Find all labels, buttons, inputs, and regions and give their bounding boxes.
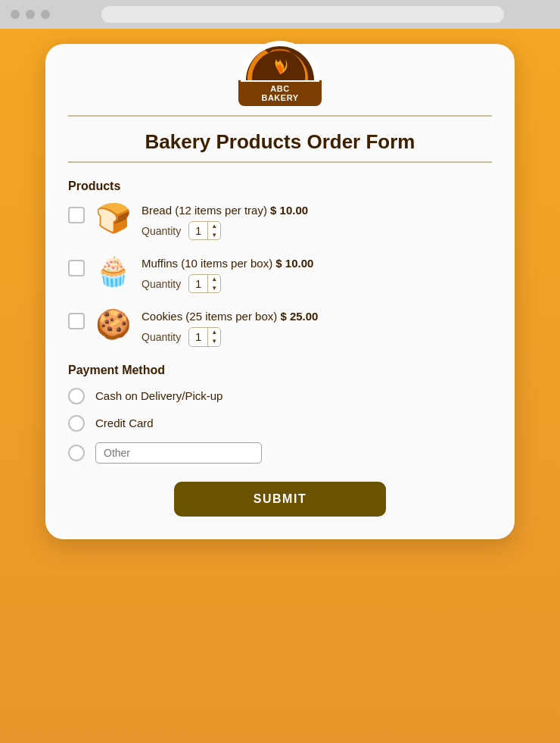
payment-label: Payment Method	[68, 364, 492, 377]
payment-label-cc: Credit Card	[95, 417, 154, 429]
bread-qty-spinner: 1 ▲ ▼	[188, 221, 221, 240]
cookies-info: Cookies (25 items per box) $ 25.00 Quant…	[142, 310, 492, 346]
bread-info: Bread (12 items per tray) $ 10.00 Quanti…	[142, 204, 492, 240]
muffins-name: Muffins (10 items per box) $ 10.00	[142, 257, 492, 270]
muffins-qty-spinner: 1 ▲ ▼	[188, 274, 221, 293]
logo-container: ABC BAKERY	[235, 36, 325, 105]
payment-label-cod: Cash on Delivery/Pick-up	[95, 389, 222, 402]
cookies-qty-label: Quantity	[142, 331, 181, 343]
product-checkbox-bread[interactable]	[68, 207, 85, 223]
muffins-qty-label: Quantity	[142, 278, 181, 290]
product-row-muffins: 🧁 Muffins (10 items per box) $ 10.00 Qua…	[68, 257, 492, 293]
divider-top	[68, 115, 492, 117]
muffins-qty-up[interactable]: ▲	[208, 275, 220, 284]
product-row-cookies: 🍪 Cookies (25 items per box) $ 25.00 Qua…	[68, 310, 492, 346]
bread-qty-up[interactable]: ▲	[208, 222, 220, 231]
bread-qty-value: 1	[189, 223, 207, 239]
payment-radio-cc[interactable]	[68, 415, 85, 432]
url-bar[interactable]	[101, 6, 504, 23]
payment-row-other	[68, 442, 492, 464]
cookies-qty-down[interactable]: ▼	[208, 337, 220, 346]
muffins-qty-arrows: ▲ ▼	[207, 275, 220, 292]
submit-button[interactable]: SUBMIT	[174, 482, 386, 517]
bread-qty-arrows: ▲ ▼	[207, 222, 220, 239]
bread-name: Bread (12 items per tray) $ 10.00	[142, 204, 492, 217]
cookies-name: Cookies (25 items per box) $ 25.00	[142, 310, 492, 323]
payment-row-cc: Credit Card	[68, 415, 492, 432]
cookies-qty-row: Quantity 1 ▲ ▼	[142, 327, 492, 346]
product-row-bread: 🍞 Bread (12 items per tray) $ 10.00 Quan…	[68, 204, 492, 240]
payment-other-input[interactable]	[95, 442, 262, 464]
browser-dot-2	[26, 10, 35, 19]
submit-area: SUBMIT	[45, 482, 515, 517]
cookies-qty-arrows: ▲ ▼	[207, 328, 220, 345]
muffins-qty-down[interactable]: ▼	[208, 284, 220, 293]
muffins-info: Muffins (10 items per box) $ 10.00 Quant…	[142, 257, 492, 293]
payment-section: Payment Method Cash on Delivery/Pick-up …	[68, 364, 492, 464]
logo-area: ABC BAKERY	[45, 36, 515, 105]
browser-dot-3	[41, 10, 50, 19]
background-wrapper: ABC BAKERY Bakery Products Order Form Pr…	[0, 29, 560, 743]
bread-icon: 🍞	[95, 204, 131, 233]
muffins-qty-value: 1	[189, 276, 207, 292]
bread-qty-row: Quantity 1 ▲ ▼	[142, 221, 492, 240]
form-title: Bakery Products Order Form	[68, 130, 492, 154]
product-checkbox-cookies[interactable]	[68, 313, 85, 329]
payment-radio-other[interactable]	[68, 445, 85, 461]
cookies-qty-spinner: 1 ▲ ▼	[188, 327, 221, 346]
cookies-qty-value: 1	[189, 329, 207, 345]
payment-radio-cod[interactable]	[68, 388, 85, 404]
browser-dot-1	[11, 10, 20, 19]
divider-bottom	[68, 161, 492, 163]
form-body: Products 🍞 Bread (12 items per tray) $ 1…	[45, 180, 515, 464]
payment-row-cod: Cash on Delivery/Pick-up	[68, 388, 492, 404]
browser-chrome	[0, 0, 560, 29]
logo-arch-icon	[238, 36, 322, 82]
form-card: ABC BAKERY Bakery Products Order Form Pr…	[45, 44, 515, 539]
muffins-qty-row: Quantity 1 ▲ ▼	[142, 274, 492, 293]
product-checkbox-muffins[interactable]	[68, 260, 85, 276]
bread-qty-down[interactable]: ▼	[208, 231, 220, 240]
cookies-icon: 🍪	[95, 310, 131, 339]
logo-text: ABC BAKERY	[238, 80, 322, 106]
cookies-qty-up[interactable]: ▲	[208, 328, 220, 337]
bread-qty-label: Quantity	[142, 225, 181, 237]
muffins-icon: 🧁	[95, 257, 131, 286]
products-section: Products 🍞 Bread (12 items per tray) $ 1…	[68, 180, 492, 347]
products-label: Products	[68, 180, 492, 193]
